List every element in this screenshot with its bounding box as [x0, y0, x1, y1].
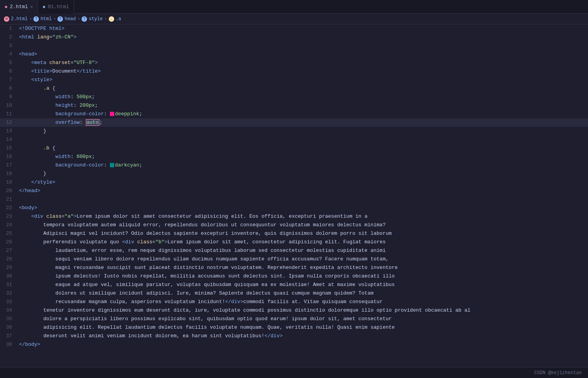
tab-label-1: 2.html: [10, 4, 28, 10]
code-line-20: 20</head>: [0, 187, 588, 195]
breadcrumb-icon-dota: .: [109, 16, 114, 22]
code-line-14: 14: [0, 135, 588, 144]
code-editor[interactable]: 1<!DOCTYPE html>2<html lang="zh-CN">34<h…: [0, 24, 588, 367]
line-content-36[interactable]: adipisicing elit. Repellat laudantium de…: [17, 323, 588, 332]
breadcrumb-sep-4: ›: [104, 16, 107, 22]
breadcrumb-item-head: T head: [57, 16, 76, 22]
line-number-34: 34: [0, 306, 17, 315]
line-number-10: 10: [0, 101, 17, 110]
line-content-31[interactable]: eaque ad atque vel, similique pariatur, …: [17, 281, 588, 289]
line-content-6[interactable]: <title>Document</title>: [17, 67, 588, 76]
line-content-22[interactable]: <body>: [17, 204, 588, 212]
line-content-24[interactable]: tempora voluptatem autem aliquid error, …: [17, 221, 588, 229]
line-number-25: 25: [0, 229, 17, 238]
tab-html-icon-2: ◆: [43, 4, 45, 10]
line-content-1[interactable]: <!DOCTYPE html>: [17, 24, 588, 33]
line-number-33: 33: [0, 298, 17, 306]
code-line-17: 17 background-color: darkcyan;: [0, 161, 588, 170]
breadcrumb-item-style: T style: [82, 16, 103, 22]
line-content-8[interactable]: .a {: [17, 84, 588, 93]
line-content-15[interactable]: .b {: [17, 144, 588, 153]
line-number-8: 8: [0, 84, 17, 93]
line-content-17[interactable]: background-color: darkcyan;: [17, 161, 588, 170]
line-content-18[interactable]: }: [17, 170, 588, 178]
tab-2html[interactable]: ◆ 2.html ✕: [0, 0, 38, 14]
breadcrumb-label-dota: .a: [116, 16, 121, 22]
line-content-29[interactable]: magni recusandae suscipit sunt placeat d…: [17, 264, 588, 272]
line-content-33[interactable]: recusandae magnam culpa, asperiores volu…: [17, 298, 588, 306]
line-number-6: 6: [0, 67, 17, 76]
line-number-3: 3: [0, 42, 17, 50]
line-content-19[interactable]: </style>: [17, 178, 588, 187]
line-content-12[interactable]: overflow: auto;: [17, 118, 588, 127]
code-line-4: 4<head>: [0, 50, 588, 59]
line-content-28[interactable]: sequi veniam libero dolore repellendus u…: [17, 255, 588, 264]
line-content-26[interactable]: perferendis voluptate quo <div class="b"…: [17, 238, 588, 246]
line-content-38[interactable]: </body>: [17, 340, 588, 349]
code-line-25: 25 Adipisci magni vel incidunt? Odio del…: [0, 229, 588, 238]
line-content-34[interactable]: tenetur inventore dignissimos eum deseru…: [17, 306, 588, 315]
breadcrumb-sep-1: ›: [29, 16, 32, 22]
line-number-30: 30: [0, 272, 17, 281]
code-line-21: 21: [0, 195, 588, 204]
line-content-10[interactable]: height: 200px;: [17, 101, 588, 110]
breadcrumb-item-dota: . .a: [109, 16, 121, 22]
line-number-1: 1: [0, 24, 17, 33]
code-line-31: 31 eaque ad atque vel, similique pariatu…: [0, 281, 588, 289]
breadcrumb-label-style: style: [89, 16, 103, 22]
line-number-23: 23: [0, 212, 17, 221]
line-content-4[interactable]: <head>: [17, 50, 588, 59]
line-content-37[interactable]: deserunt velit animi veniam incidunt dol…: [17, 332, 588, 340]
line-content-20[interactable]: </head>: [17, 187, 588, 195]
line-number-15: 15: [0, 144, 17, 153]
line-content-2[interactable]: <html lang="zh-CN">: [17, 33, 588, 42]
breadcrumb-item-html: T html: [33, 16, 52, 22]
breadcrumb-label-file: 2.html: [11, 16, 28, 22]
code-line-32: 32 dolores ut similique incidunt adipisc…: [0, 289, 588, 298]
line-number-21: 21: [0, 195, 17, 204]
code-line-2: 2<html lang="zh-CN">: [0, 33, 588, 42]
line-content-23[interactable]: <div class="a">Lorem ipsum dolor sit ame…: [17, 212, 588, 221]
code-line-33: 33 recusandae magnam culpa, asperiores v…: [0, 298, 588, 306]
tab-01html[interactable]: ◆ 01.html: [38, 0, 74, 14]
line-content-35[interactable]: dolore a perspiciatis libero possimus ex…: [17, 315, 588, 323]
line-number-36: 36: [0, 323, 17, 332]
code-line-15: 15 .b {: [0, 144, 588, 153]
code-line-13: 13 }: [0, 127, 588, 135]
line-content-25[interactable]: Adipisci magni vel incidunt? Odio delect…: [17, 229, 588, 238]
code-line-8: 8 .a {: [0, 84, 588, 93]
code-line-19: 19 </style>: [0, 178, 588, 187]
line-content-5[interactable]: <meta charset="UTF-8">: [17, 59, 588, 67]
line-number-19: 19: [0, 178, 17, 187]
breadcrumb-sep-3: ›: [77, 16, 80, 22]
line-number-17: 17: [0, 161, 17, 170]
line-number-14: 14: [0, 135, 17, 144]
line-content-9[interactable]: width: 500px;: [17, 93, 588, 101]
line-number-29: 29: [0, 264, 17, 272]
line-content-7[interactable]: <style>: [17, 76, 588, 84]
line-content-13[interactable]: }: [17, 127, 588, 135]
tab-html-icon-1: ◆: [5, 4, 7, 10]
line-number-2: 2: [0, 33, 17, 42]
breadcrumb-label-html: html: [40, 16, 52, 22]
line-number-28: 28: [0, 255, 17, 264]
tab-close-1[interactable]: ✕: [30, 4, 33, 9]
line-content-16[interactable]: width: 600px;: [17, 153, 588, 161]
code-line-22: 22<body>: [0, 204, 588, 212]
line-content-30[interactable]: ipsum delectus! Iusto nobis repellat, mo…: [17, 272, 588, 281]
line-number-5: 5: [0, 59, 17, 67]
line-content-32[interactable]: dolores ut similique incidunt adipisci. …: [17, 289, 588, 298]
code-line-1: 1<!DOCTYPE html>: [0, 24, 588, 33]
status-bar: CSDN @kejizhentan: [0, 367, 588, 378]
code-line-27: 27 laudantium, error esse, rem neque dig…: [0, 246, 588, 255]
line-number-22: 22: [0, 204, 17, 212]
line-number-12: 12: [0, 118, 17, 127]
line-content-11[interactable]: background-color: deeppink;: [17, 110, 588, 118]
code-line-9: 9 width: 500px;: [0, 93, 588, 101]
line-content-27[interactable]: laudantium, error esse, rem neque dignis…: [17, 246, 588, 255]
code-line-18: 18 }: [0, 170, 588, 178]
code-line-36: 36 adipisicing elit. Repellat laudantium…: [0, 323, 588, 332]
code-line-34: 34 tenetur inventore dignissimos eum des…: [0, 306, 588, 315]
code-line-16: 16 width: 600px;: [0, 153, 588, 161]
code-line-28: 28 sequi veniam libero dolore repellendu…: [0, 255, 588, 264]
